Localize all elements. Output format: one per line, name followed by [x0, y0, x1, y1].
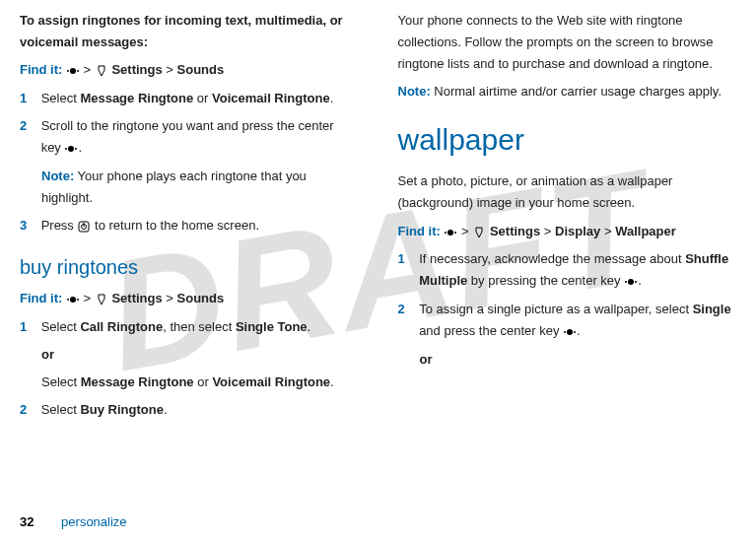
footer-section-label: personalize: [61, 514, 127, 529]
gt: >: [84, 291, 92, 305]
right-column: Your phone connects to the Web site with…: [398, 10, 737, 493]
t: .: [78, 140, 82, 155]
center-key-icon: [444, 221, 457, 242]
gt: >: [604, 224, 612, 238]
wall-step-2: 2 To assign a single picture as a wallpa…: [398, 299, 737, 343]
t: Select: [41, 91, 81, 105]
svg-point-10: [67, 299, 69, 301]
path-settings: Settings: [111, 291, 162, 305]
gt: >: [166, 291, 173, 305]
buy-step-1b: Select Message Ringtone or Voicemail Rin…: [41, 372, 359, 393]
svg-point-13: [445, 232, 447, 234]
step-num: 1: [20, 316, 37, 338]
t: or: [194, 374, 213, 389]
svg-point-0: [70, 68, 76, 74]
center-key-icon: [624, 271, 638, 293]
t: If necessary, acknowledge the message ab…: [419, 251, 685, 266]
t: Single: [693, 302, 731, 316]
center-key-icon: [66, 60, 80, 82]
note-text: Your phone plays each ringtone that you …: [41, 169, 307, 205]
gt: >: [166, 62, 173, 77]
path-wallpaper: Wallpaper: [615, 224, 676, 238]
buy-ringtones-heading: buy ringtones: [20, 250, 359, 284]
t: Voicemail Ringtone: [212, 91, 330, 105]
t: Single Tone: [236, 319, 308, 334]
t: Select: [41, 319, 81, 334]
note-label: Note:: [398, 84, 431, 99]
t: .: [164, 402, 168, 417]
buy-step-1: 1 Select Call Ringtone, then select Sing…: [20, 316, 359, 338]
t: Select: [41, 374, 81, 389]
or-text: or: [41, 344, 359, 366]
svg-point-1: [67, 70, 69, 72]
findit-line-1: Find it: > Settings > Sounds: [20, 59, 359, 82]
step-1: 1 Select Message Ringtone or Voicemail R…: [20, 88, 359, 109]
t: .: [330, 374, 334, 389]
step-num: 1: [398, 248, 416, 270]
findit-line-2: Find it: > Settings > Sounds: [20, 288, 359, 310]
step-num: 2: [20, 399, 37, 421]
t: Scroll to the ringtone you want and pres…: [41, 118, 334, 155]
svg-point-3: [68, 146, 74, 152]
path-sounds: Sounds: [177, 291, 225, 305]
t: Select: [41, 402, 81, 417]
t: .: [577, 323, 581, 338]
note-2: Note: Normal airtime and/or carrier usag…: [398, 81, 737, 102]
page-number: 32: [20, 514, 34, 529]
svg-point-12: [447, 230, 453, 236]
path-settings: Settings: [490, 224, 540, 238]
note-1: Note: Your phone plays each ringtone tha…: [41, 166, 359, 209]
t: .: [308, 319, 311, 334]
t: or: [193, 91, 212, 105]
step-2: 2 Scroll to the ringtone you want and pr…: [20, 115, 359, 160]
svg-point-17: [635, 281, 637, 283]
note-text: Normal airtime and/or carrier usage char…: [431, 84, 722, 99]
findit-label: Find it:: [398, 224, 441, 238]
gt: >: [461, 224, 469, 238]
svg-point-9: [70, 297, 76, 303]
left-column: To assign ringtones for incoming text, m…: [20, 10, 359, 493]
t: , then select: [163, 319, 236, 334]
path-display: Display: [555, 224, 600, 238]
step-num: 1: [20, 88, 37, 109]
center-key-icon: [64, 138, 78, 160]
center-key-icon: [66, 289, 80, 310]
svg-point-18: [567, 329, 573, 335]
web-paragraph: Your phone connects to the Web site with…: [398, 10, 737, 75]
step-num: 2: [398, 299, 416, 320]
step-3: 3 Press to return to the home screen.: [20, 215, 359, 237]
note-label: Note:: [41, 169, 74, 183]
t: Message Ringtone: [80, 91, 193, 105]
t: .: [638, 273, 642, 288]
wallpaper-heading: wallpaper: [398, 114, 737, 165]
svg-point-16: [625, 281, 627, 283]
end-key-icon: [77, 215, 91, 237]
t: Message Ringtone: [81, 374, 194, 389]
center-key-icon: [563, 320, 577, 342]
t: Call Ringtone: [80, 319, 163, 334]
wall-step-1: 1 If necessary, acknowledge the message …: [398, 248, 737, 293]
svg-point-11: [77, 299, 79, 301]
step-num: 3: [20, 215, 37, 237]
settings-icon: [95, 289, 108, 310]
step-num: 2: [20, 115, 37, 137]
findit-label: Find it:: [20, 62, 62, 77]
svg-point-14: [454, 232, 456, 234]
svg-point-15: [628, 279, 634, 285]
t: Buy Ringtone: [80, 402, 164, 417]
svg-point-20: [574, 331, 576, 333]
t: Press: [41, 218, 78, 233]
t: by pressing the center key: [467, 273, 624, 288]
assign-heading: To assign ringtones for incoming text, m…: [20, 10, 359, 53]
t: to return to the home screen.: [91, 218, 259, 233]
svg-point-19: [564, 331, 566, 333]
findit-line-3: Find it: > Settings > Display > Wallpape…: [398, 221, 737, 243]
t: Voicemail Ringtone: [212, 374, 330, 389]
path-settings: Settings: [111, 62, 162, 77]
wallpaper-intro: Set a photo, picture, or animation as a …: [398, 170, 737, 214]
t: and press the center key: [419, 323, 563, 338]
findit-label: Find it:: [20, 291, 62, 305]
page-content: To assign ringtones for incoming text, m…: [0, 0, 756, 493]
page-footer: 32 personalize: [20, 514, 127, 529]
buy-step-2: 2 Select Buy Ringtone.: [20, 399, 359, 421]
